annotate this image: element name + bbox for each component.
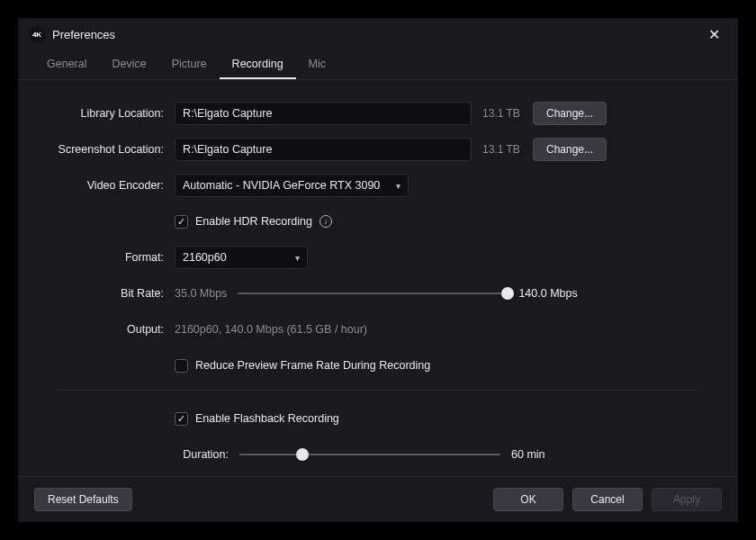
library-size: 13.1 TB bbox=[482, 107, 522, 120]
slider-track bbox=[238, 292, 508, 294]
reduce-preview-label: Reduce Preview Frame Rate During Recordi… bbox=[195, 359, 430, 372]
tabs: General Device Picture Recording Mic bbox=[18, 50, 738, 80]
video-encoder-value: Automatic - NVIDIA GeForce RTX 3090 bbox=[183, 179, 380, 192]
tab-device[interactable]: Device bbox=[99, 50, 158, 79]
close-icon[interactable]: ✕ bbox=[701, 22, 727, 47]
video-encoder-select[interactable]: Automatic - NVIDIA GeForce RTX 3090 ▾ bbox=[175, 174, 409, 197]
titlebar: 4K Preferences ✕ bbox=[18, 18, 738, 50]
duration-slider[interactable] bbox=[239, 446, 500, 463]
tab-mic[interactable]: Mic bbox=[296, 50, 338, 79]
checkbox-icon bbox=[175, 359, 188, 373]
bitrate-slider[interactable] bbox=[238, 285, 508, 302]
app-icon: 4K bbox=[29, 26, 45, 42]
tab-general[interactable]: General bbox=[34, 50, 99, 79]
chevron-down-icon: ▾ bbox=[295, 253, 300, 263]
chevron-down-icon: ▾ bbox=[396, 181, 400, 191]
content-recording: Library Location: 13.1 TB Change... Scre… bbox=[18, 80, 738, 476]
video-encoder-label: Video Encoder: bbox=[58, 179, 175, 192]
screenshot-location-input[interactable] bbox=[175, 138, 472, 161]
tab-recording[interactable]: Recording bbox=[220, 50, 296, 79]
duration-label: Duration: bbox=[175, 448, 229, 461]
slider-track bbox=[239, 454, 500, 455]
format-label: Format: bbox=[58, 251, 175, 264]
enable-flashback-label: Enable Flashback Recording bbox=[195, 412, 339, 425]
checkbox-icon bbox=[175, 215, 188, 229]
bitrate-max: 140.0 Mbps bbox=[518, 287, 577, 300]
screenshot-location-label: Screenshot Location: bbox=[58, 143, 175, 156]
output-label: Output: bbox=[58, 323, 175, 336]
divider bbox=[58, 390, 698, 391]
apply-button[interactable]: Apply bbox=[652, 488, 722, 511]
preferences-window: 4K Preferences ✕ General Device Picture … bbox=[18, 18, 738, 522]
reset-defaults-button[interactable]: Reset Defaults bbox=[34, 488, 132, 511]
info-icon[interactable]: i bbox=[320, 215, 332, 228]
bit-rate-label: Bit Rate: bbox=[58, 287, 175, 300]
bitrate-min: 35.0 Mbps bbox=[175, 287, 227, 300]
enable-hdr-checkbox[interactable]: Enable HDR Recording i bbox=[175, 215, 332, 229]
reduce-preview-checkbox[interactable]: Reduce Preview Frame Rate During Recordi… bbox=[175, 359, 430, 373]
window-title: Preferences bbox=[52, 28, 115, 41]
enable-flashback-checkbox[interactable]: Enable Flashback Recording bbox=[175, 412, 339, 426]
slider-thumb[interactable] bbox=[296, 448, 309, 461]
library-location-input[interactable] bbox=[175, 102, 472, 125]
checkbox-icon bbox=[175, 412, 188, 426]
enable-hdr-label: Enable HDR Recording bbox=[195, 215, 312, 228]
library-change-button[interactable]: Change... bbox=[533, 102, 607, 125]
duration-value: 60 min bbox=[511, 448, 545, 461]
format-value: 2160p60 bbox=[183, 251, 227, 264]
cancel-button[interactable]: Cancel bbox=[572, 488, 643, 511]
tab-picture[interactable]: Picture bbox=[159, 50, 220, 79]
screenshot-change-button[interactable]: Change... bbox=[533, 138, 607, 161]
ok-button[interactable]: OK bbox=[493, 488, 563, 511]
output-summary: 2160p60, 140.0 Mbps (61.5 GB / hour) bbox=[175, 323, 367, 336]
footer: Reset Defaults OK Cancel Apply bbox=[18, 476, 738, 522]
library-location-label: Library Location: bbox=[58, 107, 175, 120]
screenshot-size: 13.1 TB bbox=[482, 143, 522, 156]
format-select[interactable]: 2160p60 ▾ bbox=[175, 246, 308, 269]
slider-thumb[interactable] bbox=[501, 287, 514, 300]
